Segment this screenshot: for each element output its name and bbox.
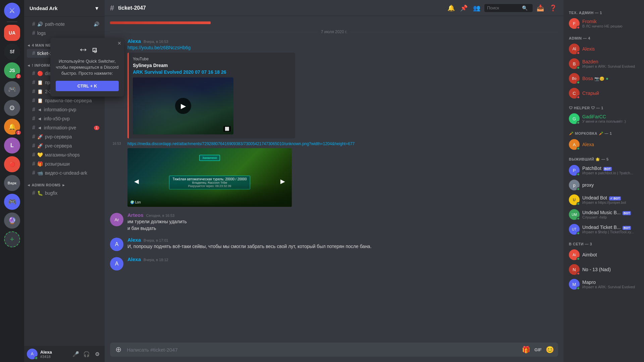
add-reaction-btn[interactable]: 😊 <box>527 39 536 48</box>
avatar-letter-margo: М <box>573 282 576 287</box>
emoji-icon[interactable]: 😊 <box>544 344 555 355</box>
channel-hash-pravilapve: # <box>32 98 35 104</box>
avatar-staryy: С <box>569 88 580 99</box>
channel-hash-shops: # <box>32 152 35 158</box>
status-undead-bot <box>577 202 580 205</box>
member-undead-music[interactable]: UM Undead Music B... BOT Слушает -help <box>566 207 641 222</box>
server-icon-sf[interactable]: Sf <box>4 44 20 60</box>
member-bazden[interactable]: B Bazden Играет в ARK: Survival Evolved <box>566 56 641 71</box>
continuation-time: 16:53 <box>110 140 123 145</box>
server-icon-mystery[interactable]: 🔮 <box>4 213 20 229</box>
channel-name-bugfix: bugfix <box>45 190 99 196</box>
channel-hash-rules: # <box>32 70 35 76</box>
play-button[interactable]: ▶ <box>175 98 191 114</box>
channel-hash-giveaways: # <box>32 161 35 167</box>
server-icon-home[interactable]: ⚔ <box>4 3 20 19</box>
member-no13[interactable]: N No - 13 (Nad) <box>566 262 641 277</box>
inbox-icon[interactable]: 📥 <box>535 3 545 13</box>
channel-item-pravila-pve[interactable]: # 📋 правила-пве-сервера <box>27 96 102 105</box>
message-header-alexa3: Alexa Вчера, в 17:01 <box>127 237 558 243</box>
image-attachment: Захвачено Тяжёлая автоматическая турель:… <box>127 148 292 207</box>
server-icon-5[interactable]: ⚙ <box>4 100 20 116</box>
server-icon-undead-ark[interactable]: UA <box>4 25 20 41</box>
reaction-btn-2[interactable]: 😊 <box>527 142 536 151</box>
server-icon-red[interactable]: 🔴 <box>4 156 20 172</box>
message-input[interactable] <box>127 343 518 356</box>
channel-item-path-note[interactable]: # 🔊 path-note 🔊 <box>27 20 102 28</box>
server-icon-play[interactable]: 🎮 <box>4 194 20 210</box>
embed-video-thumbnail[interactable]: ▶ ⬜ <box>133 77 233 134</box>
edit-btn-2[interactable]: ✏ <box>537 142 547 151</box>
channel-item-giveaways[interactable]: # 🎁 розыгрыши <box>27 160 102 168</box>
member-patchbot[interactable]: P PatchBot BOT Играет в patchbot.io | ?p… <box>566 163 641 178</box>
add-server-button[interactable]: + <box>4 231 20 247</box>
channel-item-info-pve[interactable]: # ◄ information-pve 1 <box>27 123 102 132</box>
server-icon-js[interactable]: JS 2 <box>4 62 20 78</box>
image-link[interactable]: https://media.discordapp.net/attachments… <box>127 141 355 146</box>
message-group-alexa2: 16:53 https://media.discordapp.net/attac… <box>105 140 564 208</box>
add-file-button[interactable]: ⊕ <box>113 343 124 357</box>
member-staryy[interactable]: С Старый <box>566 86 641 101</box>
member-gadifarcc[interactable]: G GadiFarCC У меня и гига поплывёт :) <box>566 111 641 126</box>
gif-icon[interactable]: GIF <box>533 346 543 354</box>
member-proxy[interactable]: p proxy <box>566 178 641 192</box>
member-category-survivor: ВЫЖИВШИЙ 🌟 — 5 <box>566 155 641 163</box>
member-category-carrot: 🥕 МОРКОВКА 🥕 — 1 <box>566 129 641 137</box>
youtube-link[interactable]: https://youtu.be/z6BNczsHb6g <box>127 45 191 50</box>
member-name-proxy: proxy <box>582 182 639 188</box>
channel-hash-video: # <box>32 170 35 176</box>
channel-icon-speaker: 🔊 <box>37 21 43 27</box>
status-alexis <box>577 51 580 55</box>
hud-element: Захвачено <box>199 155 220 161</box>
member-name-undead-bot: Undead Bot ✓ BOT <box>582 195 639 200</box>
channel-item-logs[interactable]: # logs <box>27 29 102 38</box>
gift-icon[interactable]: 🎁 <box>521 344 532 355</box>
channel-item-bugfix[interactable]: # 🐛 bugfix <box>27 189 102 197</box>
edit-btn[interactable]: ✏ <box>537 39 547 48</box>
member-undead-ticket[interactable]: UT Undead Ticket B... BOT Играет в $help… <box>566 222 641 237</box>
channel-hash-logs: # <box>32 30 35 36</box>
member-alexis[interactable]: Al Alexis <box>566 42 641 56</box>
member-name-staryy: Старый <box>582 90 639 96</box>
member-info-fromik: Fromik В ЛС ничего НЕ решаю <box>582 19 639 28</box>
channel-item-pve-servers[interactable]: # 🚀 pve-сервера <box>27 141 102 150</box>
avatar-letter-bosa: Bo <box>572 76 576 80</box>
member-undead-bot[interactable]: U Undead Bot ✓ BOT Играет в https://juni… <box>566 192 641 207</box>
member-margo[interactable]: М Марго Играет в ARK: Survival Evolved <box>566 277 641 292</box>
help-icon[interactable]: ❓ <box>548 3 558 13</box>
channel-name-logs: logs <box>37 31 99 36</box>
server-icon-6[interactable]: 🔔 1 <box>4 119 20 135</box>
notification-bell-icon[interactable]: 🔔 <box>446 3 456 13</box>
members-icon[interactable]: 👥 <box>472 3 482 13</box>
server-icon-l[interactable]: L <box>4 137 20 154</box>
search-bar[interactable]: 🔍 <box>484 4 533 12</box>
top-image-bar <box>110 21 211 24</box>
member-aimbot[interactable]: Ai Aimbot <box>566 247 641 262</box>
server-icon-varkraft[interactable]: Варк <box>4 175 20 191</box>
message-header-alexa1: Alexa Вчера, в 16:53 <box>127 38 558 44</box>
status-bosa <box>577 81 580 84</box>
channel-item-pvp-servers[interactable]: # 🚀 pvp-сервера <box>27 132 102 141</box>
more-actions-btn[interactable]: ••• <box>548 39 557 48</box>
member-info-staryy: Старый <box>582 90 639 96</box>
user-settings-button[interactable]: ⚙ <box>93 349 102 359</box>
channel-item-info-pvp[interactable]: # ◄ information-pvp <box>27 105 102 114</box>
pin-icon[interactable]: 📌 <box>459 3 469 13</box>
user-info: Alexa #3418 <box>40 350 68 359</box>
member-alexa[interactable]: A Alexa <box>566 137 641 152</box>
avatar-letter-alexa-member: A <box>573 142 576 147</box>
member-bosa[interactable]: Bo Bosa 📷😊 <box>566 71 641 86</box>
server-header[interactable]: Undead Ark ▼ <box>24 0 105 17</box>
category-admin-rooms[interactable]: ◄ ADMIN ROOMS ► <box>24 178 105 188</box>
search-input[interactable] <box>487 5 521 10</box>
messages-area: 7 июля 2020 г. A Alexa Вчера, в 16:53 ht… <box>105 16 564 337</box>
channel-item-shops[interactable]: # 💛 магазины-shops <box>27 150 102 159</box>
member-fromik[interactable]: F Fromik В ЛС ничего НЕ решаю <box>566 16 641 31</box>
server-icon-4[interactable]: 🎮 <box>4 81 20 97</box>
channel-item-info-x50[interactable]: # ◄ info-x50-pvp <box>27 114 102 123</box>
channel-item-video[interactable]: # 📹 видео-с-undead-ark <box>27 169 102 177</box>
deafen-button[interactable]: 🎧 <box>82 349 91 359</box>
more-btn-2[interactable]: ••• <box>548 142 557 151</box>
quick-switcher-shortcut-btn[interactable]: CTRL + K <box>56 81 105 91</box>
mute-microphone-button[interactable]: 🎤 <box>71 349 80 359</box>
